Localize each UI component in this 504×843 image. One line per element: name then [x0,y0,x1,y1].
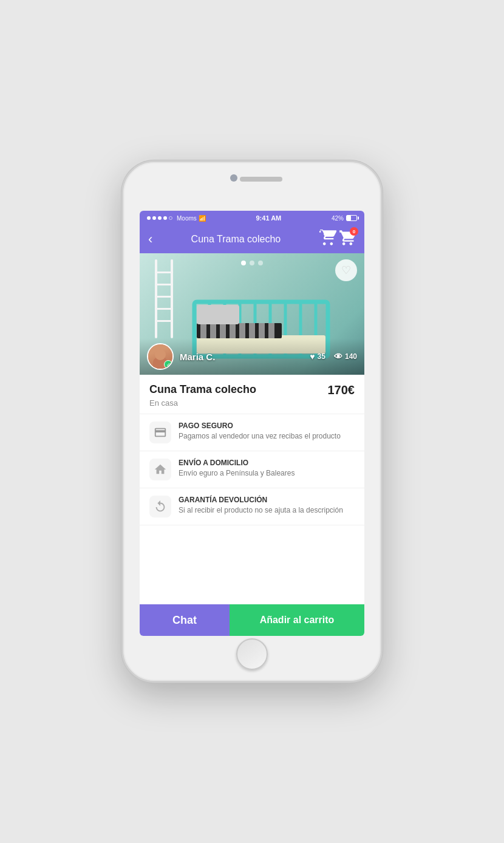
add-to-cart-button[interactable]: Añadir al carrito [230,604,364,636]
feature-garantia: Garantía devolución Si al recibir el pro… [140,488,364,525]
seller-info: ✓ Maria C. [147,343,215,370]
app-header: ‹ Cuna Trama colecho 0 [140,225,364,253]
phone-speaker [240,177,282,182]
dot-3 [258,261,263,265]
eye-stat-icon: 👁 [334,352,342,361]
views-count: 140 [345,352,357,361]
feature-envio: Envío A domicilio Envío eguro a Penínsul… [140,451,364,488]
svg-rect-11 [200,323,206,338]
seller-name: Maria C. [180,352,215,362]
likes-stat: ♥ 35 [310,352,325,361]
image-dots-indicator [241,261,263,265]
garantia-icon [149,496,171,517]
favorite-button[interactable]: ♡ [335,259,357,281]
signal-dot-5 [169,216,172,220]
verified-badge: ✓ [164,360,172,369]
envio-title: Envío A domicilio [179,459,295,467]
svg-rect-15 [239,323,245,338]
cart-badge: 0 [350,227,358,236]
product-title-area: Cuna Trama colecho En casa [149,383,256,408]
home-button[interactable] [236,638,268,670]
svg-rect-14 [230,323,236,338]
ladder-rung-2 [155,284,173,285]
envio-desc: Envío eguro a Península y Baleares [179,468,295,479]
envio-icon [149,459,171,480]
product-header: Cuna Trama colecho En casa 170€ [140,375,364,414]
battery-fill [347,216,351,220]
cart-icon [319,230,336,247]
seller-overlay: ✓ Maria C. ♥ 35 👁 140 [140,338,364,375]
phone-screen: Mooms 📶 9:41 AM 42% ‹ Cuna Trama colecho [140,211,364,636]
pago-seguro-title: PAGO SEGURO [179,422,341,430]
svg-rect-16 [249,323,255,338]
heart-stat-icon: ♥ [310,352,315,361]
svg-rect-18 [268,323,274,338]
chat-button[interactable]: Chat [140,604,230,636]
product-name: Cuna Trama colecho [149,383,256,396]
garantia-text: Garantía devolución Si al recibir el pro… [179,496,343,516]
ladder-rung-5 [155,320,173,322]
product-price: 170€ [328,383,355,397]
wifi-icon: 📶 [199,215,206,222]
signal-dot-1 [147,216,151,220]
likes-count: 35 [318,352,325,361]
dot-2 [250,261,254,265]
ladder-rung-4 [155,308,173,310]
garantia-desc: Si al recibir el producto no se ajuta a … [179,505,343,516]
svg-rect-13 [220,323,226,338]
pago-seguro-icon [149,422,171,443]
status-bar: Mooms 📶 9:41 AM 42% [140,211,364,225]
signal-dot-4 [163,216,167,220]
battery-percent: 42% [332,215,344,222]
views-stat: 👁 140 [334,352,357,361]
carrier-name: Mooms [177,215,197,222]
ladder-decoration [152,259,176,338]
cart-button[interactable]: 0 [319,230,356,249]
status-time: 9:41 AM [256,214,282,222]
battery-icon [346,215,357,221]
seller-avatar: ✓ [147,343,174,370]
features-list: PAGO SEGURO Pagamos al vendedor una vez … [140,414,364,525]
phone-camera [230,174,237,182]
bottom-actions: Chat Añadir al carrito [140,604,364,636]
phone-device: Mooms 📶 9:41 AM 42% ‹ Cuna Trama colecho [121,160,383,683]
pago-seguro-desc: Pagamos al vendedor una vez recibas el p… [179,431,341,442]
svg-rect-17 [259,323,265,338]
ladder-rung-1 [155,271,173,273]
svg-rect-19 [197,305,239,324]
product-image-area: ♡ ✓ Maria C. ♥ 35 👁 [140,253,364,375]
svg-rect-12 [210,323,216,338]
garantia-title: Garantía devolución [179,496,343,504]
page-title: Cuna Trama colecho [152,234,319,245]
product-location: En casa [149,398,256,408]
status-left: Mooms 📶 [147,215,206,222]
signal-dot-3 [158,216,162,220]
pago-seguro-text: PAGO SEGURO Pagamos al vendedor una vez … [179,422,341,442]
back-button[interactable]: ‹ [148,233,152,246]
dot-1 [241,261,246,265]
signal-dot-2 [152,216,156,220]
seller-stats: ♥ 35 👁 140 [310,352,357,361]
status-right: 42% [332,215,357,222]
feature-pago-seguro: PAGO SEGURO Pagamos al vendedor una vez … [140,414,364,451]
envio-text: Envío A domicilio Envío eguro a Penínsul… [179,459,295,479]
ladder-rung-3 [155,296,173,298]
product-details: Cuna Trama colecho En casa 170€ PAGO SEG… [140,375,364,604]
